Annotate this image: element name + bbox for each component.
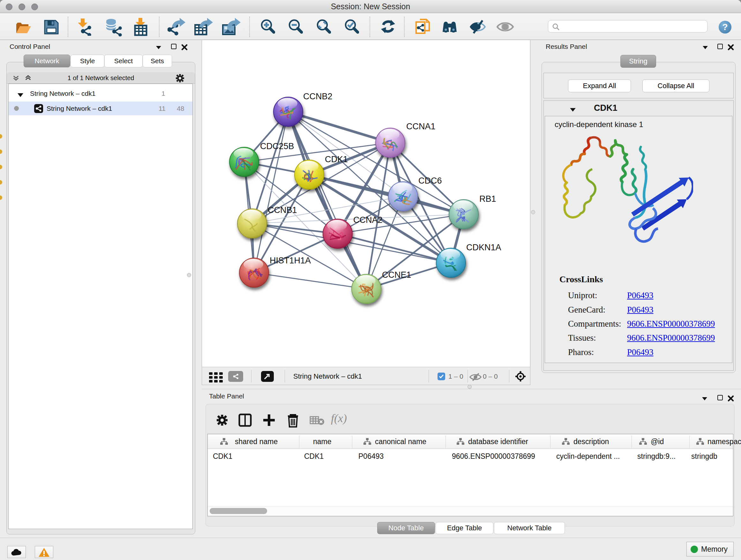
svg-text:CDK1: CDK1 [325,154,348,164]
svg-text:CCNA1: CCNA1 [406,122,435,131]
svg-text:CDKN1A: CDKN1A [466,243,501,252]
svg-text:CDC25B: CDC25B [260,141,294,151]
svg-text:CDC6: CDC6 [418,176,442,186]
svg-text:CCNA2: CCNA2 [353,215,383,225]
svg-text:HIST1H1A: HIST1H1A [270,256,311,265]
svg-text:CCNE1: CCNE1 [382,270,411,280]
svg-text:CCNB1: CCNB1 [268,205,297,215]
svg-text:CCNB2: CCNB2 [303,91,333,101]
svg-text:RB1: RB1 [479,194,496,204]
